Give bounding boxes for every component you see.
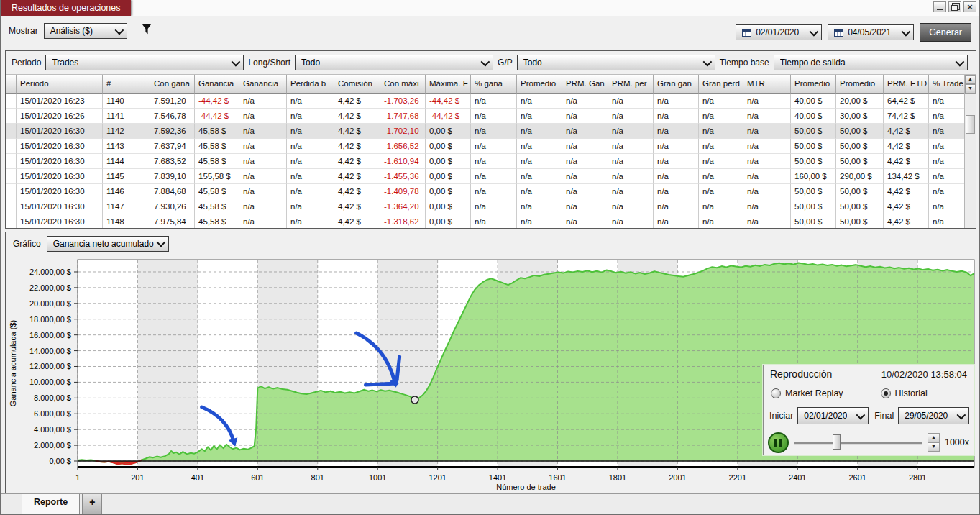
market-replay-radio[interactable]	[771, 388, 781, 398]
chart-selector-label: Gráfico	[13, 239, 41, 249]
column-header[interactable]: Con gana	[150, 75, 195, 94]
svg-text:6.000,00 $: 6.000,00 $	[34, 409, 71, 418]
window-controls: ×	[933, 1, 976, 12]
window-title-tab[interactable]: Resultados de operaciones	[1, 0, 131, 16]
generate-button[interactable]: Generar	[920, 23, 971, 42]
svg-text:601: 601	[251, 473, 264, 482]
gp-dropdown[interactable]: Todo	[517, 55, 715, 70]
show-label: Mostrar	[9, 26, 38, 36]
table-row[interactable]: 15/01/2020 16:3011437.637,9445,58 $n/an/…	[6, 139, 976, 154]
column-header[interactable]: Perdida b	[287, 75, 334, 94]
chevron-down-icon	[955, 57, 964, 66]
table-cell: n/a	[239, 124, 287, 139]
table-cell: n/a	[654, 109, 699, 124]
table-cell: 7.930,26	[150, 199, 195, 214]
pause-button[interactable]	[768, 432, 789, 453]
column-header[interactable]: Ganancia	[195, 75, 239, 94]
column-header[interactable]: Gran gan	[654, 75, 699, 94]
vertical-scrollbar[interactable]: ▲ ▼	[964, 75, 976, 228]
historical-radio[interactable]	[881, 388, 891, 398]
table-cell: -44,42 $	[195, 94, 239, 109]
column-header[interactable]: Promedio	[791, 75, 836, 94]
table-row[interactable]: 15/01/2020 16:2311407.591,20-44,42 $n/an…	[6, 94, 976, 109]
column-header[interactable]: PRM. per	[608, 75, 654, 94]
date-from-dropdown[interactable]: 02/01/2020	[736, 24, 822, 40]
playback-timestamp: 10/02/2020 13:58:04	[881, 369, 967, 380]
table-cell: n/a	[562, 184, 608, 199]
tab-reporte[interactable]: Reporte	[22, 494, 80, 514]
column-header[interactable]: MTR	[743, 75, 791, 94]
column-header[interactable]: Gran perd	[699, 75, 743, 94]
table-cell: n/a	[929, 94, 965, 109]
restore-button[interactable]	[948, 1, 961, 12]
table-cell: 45,58 $	[195, 124, 239, 139]
filter-funnel-icon[interactable]	[142, 24, 152, 38]
table-cell: n/a	[608, 184, 654, 199]
column-header[interactable]: PRM. ETD	[884, 75, 929, 94]
table-cell: n/a	[608, 169, 654, 184]
speed-up-button[interactable]: ▲	[928, 433, 940, 442]
scroll-up-button[interactable]: ▲	[965, 75, 976, 84]
close-button[interactable]: ×	[963, 1, 976, 12]
column-header[interactable]: Máxima. F	[426, 75, 471, 94]
add-tab-button[interactable]: +	[82, 494, 102, 514]
speed-slider[interactable]	[794, 434, 922, 450]
minimize-button[interactable]	[933, 1, 946, 12]
start-date-dropdown[interactable]: 02/01/2020	[797, 407, 869, 424]
table-row[interactable]: 15/01/2020 16:3011457.839,10155,58 $n/an…	[6, 169, 976, 184]
calendar-icon	[834, 29, 843, 37]
svg-text:2601: 2601	[848, 473, 866, 482]
table-row[interactable]: 15/01/2020 16:3011447.683,5245,58 $n/an/…	[6, 154, 976, 169]
table-cell: n/a	[471, 109, 517, 124]
show-dropdown[interactable]: Análisis ($)	[44, 23, 127, 39]
period-dropdown[interactable]: Trades	[45, 55, 244, 70]
column-header[interactable]: #	[103, 75, 150, 94]
table-row[interactable]: 15/01/2020 16:3011467.884,6845,58 $n/an/…	[6, 184, 976, 199]
slider-thumb[interactable]	[833, 434, 841, 450]
end-date-dropdown[interactable]: 29/05/2020	[898, 407, 969, 424]
scroll-down-button[interactable]: ▼	[965, 84, 976, 94]
results-window: Resultados de operaciones × Mostrar Anál…	[0, 0, 980, 515]
speed-down-button[interactable]: ▼	[928, 442, 940, 452]
column-header[interactable]: Promedio	[517, 75, 562, 94]
table-cell: n/a	[743, 154, 791, 169]
column-header[interactable]: Comisión	[334, 75, 380, 94]
table-cell: -1.747,68	[380, 109, 426, 124]
table-cell: n/a	[239, 139, 287, 154]
table-cell: n/a	[239, 169, 287, 184]
table-cell: n/a	[929, 154, 965, 169]
column-header[interactable]: Con máxi	[380, 75, 426, 94]
column-header[interactable]: % gana	[471, 75, 517, 94]
table-cell: 1142	[103, 124, 150, 139]
table-row[interactable]: 15/01/2020 16:2611417.546,78-44,42 $n/an…	[6, 109, 976, 124]
column-header[interactable]: Periodo	[17, 75, 103, 94]
slider-track[interactable]	[794, 442, 922, 445]
table-cell: n/a	[471, 124, 517, 139]
table-cell: 20,00 $	[836, 94, 884, 109]
chevron-down-icon	[856, 410, 866, 419]
historical-option[interactable]: Historial	[881, 388, 928, 398]
table-row[interactable]: 15/01/2020 16:3011427.592,3645,58 $n/an/…	[6, 124, 976, 139]
table-cell: n/a	[654, 184, 699, 199]
timebase-dropdown[interactable]: Tiempo de salida	[774, 55, 968, 70]
column-header[interactable]: Promedio	[836, 75, 884, 94]
table-cell: n/a	[699, 139, 743, 154]
longshort-dropdown[interactable]: Todo	[295, 55, 493, 70]
market-replay-option[interactable]: Market Replay	[771, 388, 843, 398]
column-header[interactable]: PRM. Gan	[562, 75, 608, 94]
table-cell: 1147	[103, 199, 150, 214]
chart-type-dropdown[interactable]: Ganancia neto acumulado	[47, 236, 169, 252]
table-cell: 160,00 $	[791, 169, 836, 184]
svg-text:2.000,00 $: 2.000,00 $	[34, 441, 71, 450]
scrollbar-thumb[interactable]	[966, 115, 975, 134]
column-header[interactable]: % Trade	[929, 75, 965, 94]
table-cell: n/a	[743, 199, 791, 214]
table-cell: 1141	[103, 109, 150, 124]
table-row[interactable]: 15/01/2020 16:3011477.930,2645,58 $n/an/…	[6, 199, 976, 214]
date-to-dropdown[interactable]: 04/05/2021	[828, 24, 914, 40]
table-cell: n/a	[239, 214, 287, 228]
table-row[interactable]: 15/01/2020 16:3011487.975,8445,58 $n/an/…	[6, 214, 976, 228]
speed-spinner: ▲ ▼	[928, 433, 940, 452]
table-cell: n/a	[699, 169, 743, 184]
column-header[interactable]: Ganancia	[239, 75, 287, 94]
